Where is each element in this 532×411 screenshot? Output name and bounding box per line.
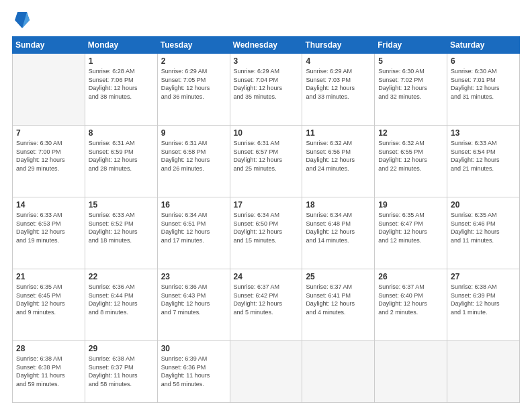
logo bbox=[12, 11, 30, 30]
day-number: 2 bbox=[161, 56, 226, 66]
day-number: 5 bbox=[378, 56, 443, 66]
cell-text: Sunrise: 6:33 AMSunset: 6:54 PMDaylight:… bbox=[451, 139, 516, 173]
day-number: 21 bbox=[16, 272, 81, 281]
col-tuesday: Tuesday bbox=[157, 37, 230, 54]
day-number: 3 bbox=[234, 56, 299, 66]
cell-text: Sunrise: 6:34 AMSunset: 6:51 PMDaylight:… bbox=[161, 211, 226, 244]
cell-text: Sunrise: 6:38 AMSunset: 6:39 PMDaylight:… bbox=[451, 283, 516, 316]
table-cell: 2Sunrise: 6:29 AMSunset: 7:05 PMDaylight… bbox=[157, 54, 230, 126]
cell-text: Sunrise: 6:32 AMSunset: 6:55 PMDaylight:… bbox=[378, 139, 443, 173]
table-cell: 5Sunrise: 6:30 AMSunset: 7:02 PMDaylight… bbox=[375, 54, 447, 126]
calendar-header-row: Sunday Monday Tuesday Wednesday Thursday… bbox=[13, 37, 520, 54]
cell-text: Sunrise: 6:33 AMSunset: 6:52 PMDaylight:… bbox=[89, 211, 154, 244]
table-cell: 10Sunrise: 6:31 AMSunset: 6:57 PMDayligh… bbox=[230, 126, 302, 197]
table-cell: 28Sunrise: 6:38 AMSunset: 6:38 PMDayligh… bbox=[13, 341, 85, 403]
table-cell: 15Sunrise: 6:33 AMSunset: 6:52 PMDayligh… bbox=[85, 197, 157, 269]
table-cell bbox=[302, 341, 375, 403]
header bbox=[12, 11, 520, 30]
cell-text: Sunrise: 6:30 AMSunset: 7:02 PMDaylight:… bbox=[378, 67, 443, 101]
table-cell: 7Sunrise: 6:30 AMSunset: 7:00 PMDaylight… bbox=[13, 126, 85, 197]
table-cell: 13Sunrise: 6:33 AMSunset: 6:54 PMDayligh… bbox=[447, 126, 520, 197]
cell-text: Sunrise: 6:37 AMSunset: 6:41 PMDaylight:… bbox=[306, 283, 371, 316]
table-cell: 29Sunrise: 6:38 AMSunset: 6:37 PMDayligh… bbox=[85, 341, 157, 403]
table-cell bbox=[13, 54, 85, 126]
col-friday: Friday bbox=[375, 37, 447, 54]
table-cell: 24Sunrise: 6:37 AMSunset: 6:42 PMDayligh… bbox=[230, 269, 302, 341]
col-thursday: Thursday bbox=[302, 37, 375, 54]
table-cell: 18Sunrise: 6:34 AMSunset: 6:48 PMDayligh… bbox=[302, 197, 375, 269]
day-number: 19 bbox=[378, 200, 443, 210]
cell-text: Sunrise: 6:38 AMSunset: 6:37 PMDaylight:… bbox=[89, 355, 154, 388]
cell-text: Sunrise: 6:31 AMSunset: 6:57 PMDaylight:… bbox=[234, 139, 299, 173]
cell-text: Sunrise: 6:32 AMSunset: 6:56 PMDaylight:… bbox=[306, 139, 371, 173]
cell-text: Sunrise: 6:38 AMSunset: 6:38 PMDaylight:… bbox=[16, 355, 81, 388]
cell-text: Sunrise: 6:35 AMSunset: 6:47 PMDaylight:… bbox=[378, 211, 443, 244]
day-number: 12 bbox=[378, 128, 443, 138]
cell-text: Sunrise: 6:30 AMSunset: 7:00 PMDaylight:… bbox=[16, 139, 81, 173]
cell-text: Sunrise: 6:34 AMSunset: 6:50 PMDaylight:… bbox=[234, 211, 299, 244]
table-cell: 4Sunrise: 6:29 AMSunset: 7:03 PMDaylight… bbox=[302, 54, 375, 126]
table-cell: 22Sunrise: 6:36 AMSunset: 6:44 PMDayligh… bbox=[85, 269, 157, 341]
day-number: 4 bbox=[306, 56, 371, 66]
cell-text: Sunrise: 6:37 AMSunset: 6:42 PMDaylight:… bbox=[234, 283, 299, 316]
cell-text: Sunrise: 6:39 AMSunset: 6:36 PMDaylight:… bbox=[161, 355, 226, 388]
cell-text: Sunrise: 6:29 AMSunset: 7:05 PMDaylight:… bbox=[161, 67, 226, 101]
logo-icon bbox=[15, 11, 30, 30]
day-number: 1 bbox=[89, 56, 154, 66]
table-cell: 9Sunrise: 6:31 AMSunset: 6:58 PMDaylight… bbox=[157, 126, 230, 197]
day-number: 10 bbox=[234, 128, 299, 138]
day-number: 6 bbox=[451, 56, 516, 66]
calendar-table: Sunday Monday Tuesday Wednesday Thursday… bbox=[12, 36, 520, 403]
table-cell: 6Sunrise: 6:30 AMSunset: 7:01 PMDaylight… bbox=[447, 54, 520, 126]
cell-text: Sunrise: 6:30 AMSunset: 7:01 PMDaylight:… bbox=[451, 67, 516, 101]
col-monday: Monday bbox=[85, 37, 157, 54]
table-cell: 11Sunrise: 6:32 AMSunset: 6:56 PMDayligh… bbox=[302, 126, 375, 197]
cell-text: Sunrise: 6:31 AMSunset: 6:59 PMDaylight:… bbox=[89, 139, 154, 173]
cell-text: Sunrise: 6:35 AMSunset: 6:46 PMDaylight:… bbox=[451, 211, 516, 244]
day-number: 11 bbox=[306, 128, 371, 138]
table-cell: 12Sunrise: 6:32 AMSunset: 6:55 PMDayligh… bbox=[375, 126, 447, 197]
day-number: 27 bbox=[451, 272, 516, 281]
day-number: 15 bbox=[89, 200, 154, 210]
table-cell: 25Sunrise: 6:37 AMSunset: 6:41 PMDayligh… bbox=[302, 269, 375, 341]
table-cell: 19Sunrise: 6:35 AMSunset: 6:47 PMDayligh… bbox=[375, 197, 447, 269]
day-number: 14 bbox=[16, 200, 81, 210]
day-number: 18 bbox=[306, 200, 371, 210]
table-cell: 30Sunrise: 6:39 AMSunset: 6:36 PMDayligh… bbox=[157, 341, 230, 403]
cell-text: Sunrise: 6:28 AMSunset: 7:06 PMDaylight:… bbox=[89, 67, 154, 101]
table-cell: 21Sunrise: 6:35 AMSunset: 6:45 PMDayligh… bbox=[13, 269, 85, 341]
cell-text: Sunrise: 6:36 AMSunset: 6:43 PMDaylight:… bbox=[161, 283, 226, 316]
table-cell: 17Sunrise: 6:34 AMSunset: 6:50 PMDayligh… bbox=[230, 197, 302, 269]
table-cell: 8Sunrise: 6:31 AMSunset: 6:59 PMDaylight… bbox=[85, 126, 157, 197]
day-number: 26 bbox=[378, 272, 443, 281]
day-number: 16 bbox=[161, 200, 226, 210]
col-wednesday: Wednesday bbox=[230, 37, 302, 54]
day-number: 29 bbox=[89, 344, 154, 353]
cell-text: Sunrise: 6:29 AMSunset: 7:04 PMDaylight:… bbox=[234, 67, 299, 101]
day-number: 17 bbox=[234, 200, 299, 210]
day-number: 22 bbox=[89, 272, 154, 281]
cell-text: Sunrise: 6:37 AMSunset: 6:40 PMDaylight:… bbox=[378, 283, 443, 316]
cell-text: Sunrise: 6:36 AMSunset: 6:44 PMDaylight:… bbox=[89, 283, 154, 316]
cell-text: Sunrise: 6:31 AMSunset: 6:58 PMDaylight:… bbox=[161, 139, 226, 173]
day-number: 28 bbox=[16, 344, 81, 353]
cell-text: Sunrise: 6:29 AMSunset: 7:03 PMDaylight:… bbox=[306, 67, 371, 101]
day-number: 30 bbox=[161, 344, 226, 353]
day-number: 7 bbox=[16, 128, 81, 138]
table-cell bbox=[447, 341, 520, 403]
table-cell: 14Sunrise: 6:33 AMSunset: 6:53 PMDayligh… bbox=[13, 197, 85, 269]
cell-text: Sunrise: 6:34 AMSunset: 6:48 PMDaylight:… bbox=[306, 211, 371, 244]
day-number: 24 bbox=[234, 272, 299, 281]
page: Sunday Monday Tuesday Wednesday Thursday… bbox=[0, 0, 532, 411]
day-number: 13 bbox=[451, 128, 516, 138]
day-number: 25 bbox=[306, 272, 371, 281]
table-cell: 23Sunrise: 6:36 AMSunset: 6:43 PMDayligh… bbox=[157, 269, 230, 341]
day-number: 9 bbox=[161, 128, 226, 138]
table-cell: 27Sunrise: 6:38 AMSunset: 6:39 PMDayligh… bbox=[447, 269, 520, 341]
table-cell: 26Sunrise: 6:37 AMSunset: 6:40 PMDayligh… bbox=[375, 269, 447, 341]
col-sunday: Sunday bbox=[13, 37, 85, 54]
table-cell: 3Sunrise: 6:29 AMSunset: 7:04 PMDaylight… bbox=[230, 54, 302, 126]
table-cell: 1Sunrise: 6:28 AMSunset: 7:06 PMDaylight… bbox=[85, 54, 157, 126]
table-cell bbox=[230, 341, 302, 403]
day-number: 8 bbox=[89, 128, 154, 138]
